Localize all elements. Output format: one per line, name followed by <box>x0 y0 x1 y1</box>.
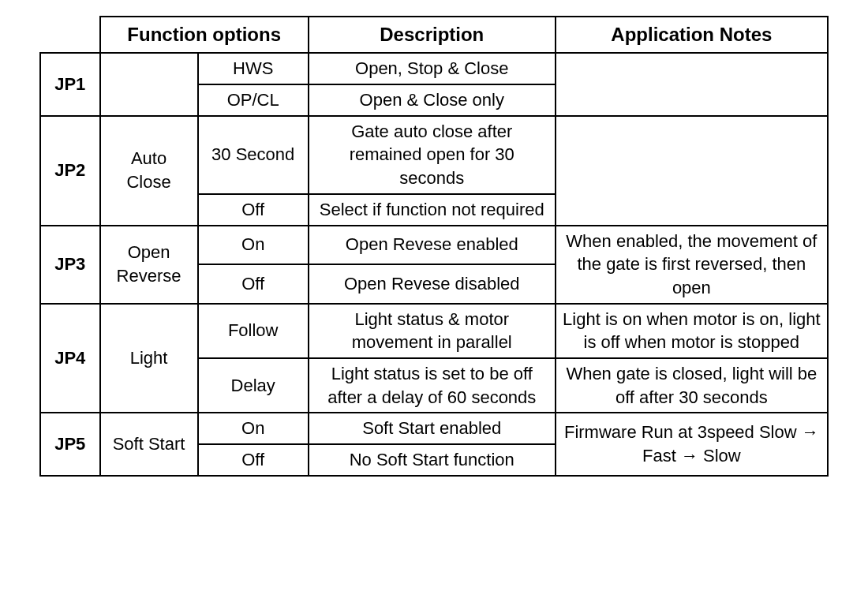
jp4-desc-delay: Light status is set to be off after a de… <box>309 358 556 413</box>
jp2-notes <box>556 116 828 226</box>
table-row: JP4 Light Follow Light status & motor mo… <box>40 304 828 358</box>
header-empty-corner <box>40 17 100 53</box>
header-application-notes: Application Notes <box>556 17 828 53</box>
jp3-desc-off: Open Revese disabled <box>309 264 556 304</box>
jp5-desc-off: No Soft Start function <box>309 444 556 476</box>
jp4-notes-follow: Light is on when motor is on, light is o… <box>556 304 828 358</box>
table-row: JP3 Open Reverse On Open Revese enabled … <box>40 226 828 265</box>
jp4-option-delay: Delay <box>198 358 309 413</box>
jp1-function-name <box>100 53 198 115</box>
jp3-desc-on: Open Revese enabled <box>309 226 556 265</box>
jp3-label: JP3 <box>40 226 100 304</box>
header-description: Description <box>309 17 556 53</box>
jp4-notes-delay: When gate is closed, light will be off a… <box>556 358 828 413</box>
header-function-options: Function options <box>100 17 309 53</box>
table-row: JP2 Auto Close 30 Second Gate auto close… <box>40 116 828 194</box>
jp5-label: JP5 <box>40 413 100 475</box>
jp5-option-off: Off <box>198 444 309 476</box>
jp3-option-on: On <box>198 226 309 265</box>
jp3-notes: When enabled, the movement of the gate i… <box>556 226 828 304</box>
jp4-option-follow: Follow <box>198 304 309 358</box>
jp4-function-name: Light <box>100 304 198 413</box>
jp2-option-30s: 30 Second <box>198 116 309 194</box>
jp5-option-on: On <box>198 413 309 444</box>
table-row: JP1 HWS Open, Stop & Close <box>40 53 828 84</box>
jp4-desc-follow: Light status & motor movement in paralle… <box>309 304 556 358</box>
jp5-function-name: Soft Start <box>100 413 198 475</box>
jumper-settings-table: Function options Description Application… <box>39 16 829 477</box>
jp2-function-name: Auto Close <box>100 116 198 226</box>
jp1-notes <box>556 53 828 115</box>
table-header-row: Function options Description Application… <box>40 17 828 53</box>
jp5-notes: Firmware Run at 3speed Slow → Fast → Slo… <box>556 413 828 475</box>
jp4-label: JP4 <box>40 304 100 413</box>
table-row: JP5 Soft Start On Soft Start enabled Fir… <box>40 413 828 444</box>
jp3-option-off: Off <box>198 264 309 304</box>
jp2-desc-30s: Gate auto close after remained open for … <box>309 116 556 194</box>
jp1-label: JP1 <box>40 53 100 115</box>
jp2-desc-off: Select if function not required <box>309 194 556 226</box>
jp1-desc-opcl: Open & Close only <box>309 84 556 116</box>
jp2-label: JP2 <box>40 116 100 226</box>
jp5-desc-on: Soft Start enabled <box>309 413 556 444</box>
jp1-option-hws: HWS <box>198 53 309 84</box>
jp1-desc-hws: Open, Stop & Close <box>309 53 556 84</box>
jp2-option-off: Off <box>198 194 309 226</box>
jp1-option-opcl: OP/CL <box>198 84 309 116</box>
jp3-function-name: Open Reverse <box>100 226 198 304</box>
